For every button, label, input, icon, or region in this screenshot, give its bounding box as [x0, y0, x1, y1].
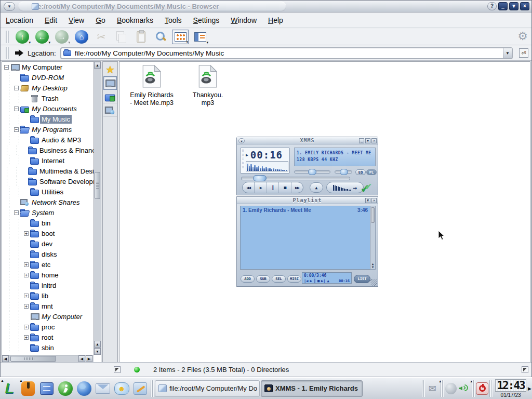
pause-button[interactable]: ║: [267, 182, 279, 193]
dropdown-arrow-icon[interactable]: ▾: [29, 41, 31, 44]
launcher-run[interactable]: [56, 379, 75, 398]
tree-horizontal-scrollbar[interactable]: ◀ ◀ ▶: [2, 355, 94, 362]
playlist-scroll-thumb[interactable]: [371, 207, 375, 223]
clear-location-icon[interactable]: [15, 49, 23, 57]
next-button[interactable]: ▶▶: [291, 182, 303, 193]
scroll-right-icon[interactable]: ▶: [86, 355, 92, 362]
clock[interactable]: 12:43 01/17/23: [495, 379, 527, 398]
tree-item-dvd-rom[interactable]: DVD-ROM: [2, 72, 94, 83]
tree-item-my-documents[interactable]: −My Documents: [2, 103, 94, 114]
tree-item-my-desktop[interactable]: −My Desktop: [2, 83, 94, 93]
xmms-track-display[interactable]: 1. EMILY RICHARDS - MEET ME 128 KBPS 44 …: [294, 148, 376, 166]
panel-flag-icon[interactable]: [114, 366, 121, 373]
mini-control-icon[interactable]: ■: [317, 279, 320, 283]
dropdown-arrow-icon[interactable]: ▾: [206, 41, 208, 44]
equalizer-button[interactable]: EQ: [355, 169, 366, 175]
menu-item-tools[interactable]: Tools: [165, 16, 182, 24]
maximize-button[interactable]: ▼: [509, 2, 518, 10]
tree-item-system[interactable]: −System: [2, 207, 94, 218]
menu-item-edit[interactable]: Edit: [45, 16, 57, 24]
expander-icon[interactable]: −: [4, 65, 9, 70]
menu-item-go[interactable]: Go: [96, 16, 105, 24]
scroll-down-icon[interactable]: ▼: [94, 348, 101, 355]
menu-item-location[interactable]: Location: [6, 16, 33, 24]
minimize-button[interactable]: _: [498, 2, 508, 10]
tree-item-my-computer[interactable]: −My Computer: [2, 62, 94, 72]
tree-item-multimedia-design[interactable]: Multimedia & Design: [2, 166, 94, 176]
dropdown-arrow-icon[interactable]: ▾: [48, 41, 50, 44]
expander-icon[interactable]: −: [14, 86, 19, 90]
playlist-scroll-arrows-icon[interactable]: ▲▼: [370, 262, 375, 269]
expander-icon[interactable]: −: [14, 127, 19, 132]
tree-item-sbin[interactable]: sbin: [2, 342, 94, 353]
tree-item-initrd[interactable]: initrd: [2, 280, 94, 290]
xmms-clutterbar[interactable]: OAIDV: [241, 149, 245, 172]
tree-item-software-development[interactable]: Software Development: [2, 176, 94, 187]
mini-control-icon[interactable]: ▶: [310, 279, 312, 283]
balance-slider[interactable]: [335, 170, 352, 174]
dropdown-arrow-icon[interactable]: ▾: [68, 41, 70, 44]
playlist-button[interactable]: PL: [366, 169, 377, 175]
playlist-shade-button[interactable]: ▼: [365, 198, 370, 203]
tree-item-business-finance[interactable]: Business & Finance: [2, 145, 94, 155]
launcher-file-manager[interactable]: [37, 379, 56, 398]
sidebar-tab-network[interactable]: [103, 103, 117, 117]
resize-grip[interactable]: [370, 279, 377, 286]
tree-item-etc[interactable]: +etc: [2, 259, 94, 270]
launcher-messenger[interactable]: ☻: [112, 379, 131, 398]
panel-flag-icon-right[interactable]: [522, 366, 528, 373]
xmms-menu-button[interactable]: ▼: [238, 138, 245, 143]
tray-volume-icon[interactable]: [457, 382, 470, 395]
playlist-tracks[interactable]: 1. Emily Richards - Meet Me3:46: [240, 206, 370, 270]
file-item[interactable]: Thankyou.mp3: [185, 65, 231, 107]
scroll-up-icon[interactable]: ▲: [94, 62, 101, 69]
tree-vscroll-thumb[interactable]: [95, 172, 100, 199]
location-combobox[interactable]: ▼: [60, 47, 513, 59]
mini-control-icon[interactable]: ║: [314, 279, 316, 283]
home-button[interactable]: ⌂: [73, 30, 90, 44]
up-button[interactable]: ↑▾: [14, 30, 31, 44]
seek-slider[interactable]: [241, 177, 350, 180]
tree-item-trash[interactable]: Trash: [2, 93, 94, 103]
playlist-window[interactable]: Playlist ▼ × 1. Emily Richards - Meet Me…: [236, 196, 378, 287]
go-icon[interactable]: ⏎: [519, 48, 528, 58]
playlist-title-bar[interactable]: Playlist: [237, 197, 378, 204]
launcher-support-vest[interactable]: ▲: [19, 379, 37, 398]
balance-thumb[interactable]: [340, 169, 348, 175]
menu-item-view[interactable]: View: [69, 16, 84, 24]
tray-run-icon[interactable]: [445, 382, 457, 395]
tree-item-network-shares[interactable]: Network Shares: [2, 197, 94, 207]
find-button[interactable]: [152, 30, 169, 44]
location-input[interactable]: [74, 49, 503, 58]
xmms-window[interactable]: XMMS ▼ _ ▼ × OAIDV ▶ 00:16 1. EMILY RICH…: [236, 137, 378, 195]
playlist-sel-button[interactable]: SEL: [272, 275, 286, 283]
tree-item-dev[interactable]: dev: [2, 238, 94, 249]
volume-thumb[interactable]: [308, 169, 316, 175]
expander-icon[interactable]: +: [24, 325, 29, 329]
title-bar[interactable]: ▼ file:/root/My Computer/My Documents/My…: [1, 1, 531, 12]
xmms-shade-button[interactable]: ▼: [365, 138, 370, 143]
launcher-web-browser[interactable]: [75, 379, 94, 398]
menu-item-window[interactable]: Window: [231, 16, 257, 24]
tree-item-home[interactable]: +home: [2, 270, 94, 280]
locbar-handle[interactable]: [6, 47, 9, 59]
tray-power-icon[interactable]: [476, 382, 488, 395]
tray-mail-icon[interactable]: ✉: [426, 382, 438, 395]
expander-icon[interactable]: +: [24, 273, 29, 277]
file-item[interactable]: Emily Richards - Meet Me.mp3: [129, 65, 175, 107]
expander-icon[interactable]: +: [24, 294, 29, 298]
tree-item-my-computer[interactable]: My Computer: [2, 311, 94, 322]
playlist-add-button[interactable]: ADD: [241, 275, 255, 283]
spectrum-analyzer[interactable]: [246, 161, 288, 171]
expander-icon[interactable]: +: [24, 335, 29, 340]
sidebar-tab-computer[interactable]: [103, 76, 117, 90]
tree-item-audio-mp3[interactable]: Audio & MP3: [2, 135, 94, 145]
previous-button[interactable]: ◀◀: [243, 182, 255, 193]
tree-item-mnt[interactable]: +mnt: [2, 301, 94, 311]
task-button-2[interactable]: XMMS - 1. Emily Richards: [261, 380, 363, 397]
mini-control-icon[interactable]: ▲: [327, 279, 329, 283]
help-button[interactable]: ?: [487, 2, 497, 10]
playlist-list-button[interactable]: LIST: [354, 275, 370, 283]
playlist-sub-button[interactable]: SUB: [256, 275, 270, 283]
launcher-notes[interactable]: [131, 379, 150, 398]
